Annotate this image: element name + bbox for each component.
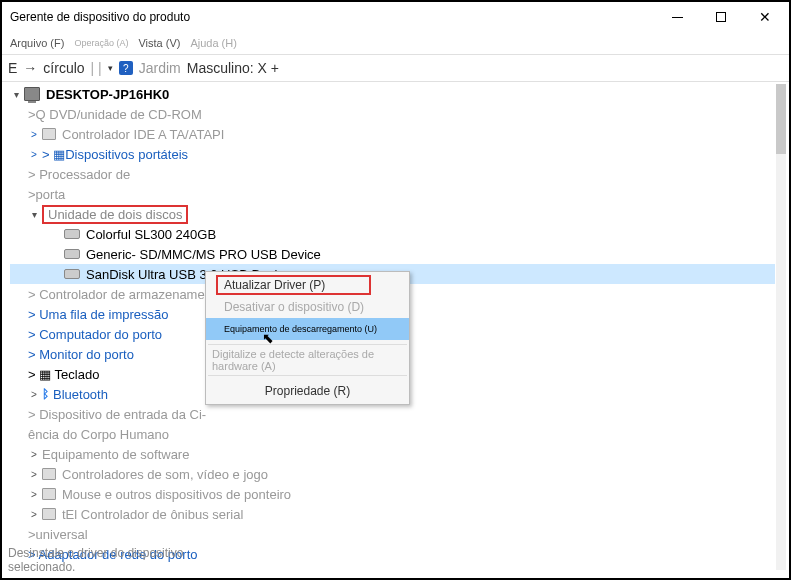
chevron-right-icon[interactable]: > bbox=[28, 489, 40, 500]
node-sound[interactable]: > Controladores de som, vídeo e jogo bbox=[10, 464, 775, 484]
addr-arrow: → bbox=[23, 60, 37, 76]
node-dvd[interactable]: >Q DVD/unidade de CD-ROM bbox=[10, 104, 775, 124]
help-icon[interactable]: ? bbox=[119, 61, 133, 75]
disk-item-1[interactable]: Colorful SL300 240GB bbox=[10, 224, 775, 244]
addr-dropdown-icon[interactable]: ▾ bbox=[108, 63, 113, 73]
ctx-separator bbox=[208, 375, 407, 376]
node-port[interactable]: >porta bbox=[10, 184, 775, 204]
node-mouse[interactable]: > Mouse e outros dispositivos de ponteir… bbox=[10, 484, 775, 504]
node-ide[interactable]: > Controlador IDE A TA/ATAPI bbox=[10, 124, 775, 144]
ctx-disable-device[interactable]: Desativar o dispositivo (D) bbox=[206, 296, 409, 318]
root-node[interactable]: ▾ DESKTOP-JP16HK0 bbox=[10, 84, 775, 104]
addr-pipes: | | bbox=[91, 60, 102, 76]
menu-view[interactable]: Vista (V) bbox=[138, 37, 180, 49]
device-icon bbox=[42, 488, 56, 500]
window-controls: ✕ bbox=[665, 5, 777, 29]
ctx-separator bbox=[208, 344, 407, 345]
chevron-right-icon[interactable]: > bbox=[28, 389, 40, 400]
highlight-box bbox=[216, 275, 371, 295]
node-hid2: ência do Corpo Humano bbox=[10, 424, 775, 444]
scrollbar[interactable] bbox=[776, 84, 786, 570]
disk-icon bbox=[64, 269, 80, 279]
menu-action[interactable]: Operação (A) bbox=[74, 38, 128, 48]
addr-masc: Masculino: X + bbox=[187, 60, 279, 76]
maximize-button[interactable] bbox=[709, 5, 733, 29]
node-disk-drives[interactable]: ▾ Unidade de dois discos bbox=[10, 204, 775, 224]
computer-icon bbox=[24, 87, 40, 101]
ctx-uninstall-device[interactable]: Equipamento de descarregamento (U) bbox=[206, 318, 409, 340]
chevron-right-icon[interactable]: > bbox=[28, 149, 40, 160]
addr-e: E bbox=[8, 60, 17, 76]
disk-item-2[interactable]: Generic- SD/MMC/MS PRO USB Device bbox=[10, 244, 775, 264]
node-usb2: >universal bbox=[10, 524, 775, 544]
root-label: DESKTOP-JP16HK0 bbox=[46, 87, 169, 102]
device-icon bbox=[42, 468, 56, 480]
bluetooth-icon: ᛒ bbox=[42, 387, 49, 401]
close-button[interactable]: ✕ bbox=[753, 5, 777, 29]
disk-drives-label: Unidade de dois discos bbox=[42, 205, 188, 224]
scrollbar-thumb[interactable] bbox=[776, 84, 786, 154]
menu-file[interactable]: Arquivo (F) bbox=[10, 37, 64, 49]
ctx-update-driver[interactable]: Atualizar Driver (P) bbox=[206, 274, 409, 296]
node-portables[interactable]: > > ▦ Dispositivos portáteis bbox=[10, 144, 775, 164]
address-bar: E → círculo | | ▾ ? Jardim Masculino: X … bbox=[2, 54, 789, 82]
titlebar: Gerente de dispositivo do produto ✕ bbox=[2, 2, 789, 32]
menu-help[interactable]: Ajuda (H) bbox=[190, 37, 236, 49]
chevron-right-icon[interactable]: > bbox=[28, 449, 40, 460]
chevron-down-icon[interactable]: ▾ bbox=[10, 89, 22, 100]
node-hid[interactable]: > Dispositivo de entrada da Ci- bbox=[10, 404, 775, 424]
chevron-right-icon[interactable]: > bbox=[28, 509, 40, 520]
status-text: Desinstale o driver do dispositivo selec… bbox=[8, 546, 183, 574]
context-menu: Atualizar Driver (P) Desativar o disposi… bbox=[205, 271, 410, 405]
node-usb[interactable]: > tEl Controlador de ônibus serial bbox=[10, 504, 775, 524]
ctx-properties[interactable]: Propriedade (R) bbox=[206, 380, 409, 402]
device-icon bbox=[42, 508, 56, 520]
window-title: Gerente de dispositivo do produto bbox=[10, 10, 190, 24]
chevron-right-icon[interactable]: > bbox=[28, 129, 40, 140]
minimize-button[interactable] bbox=[665, 5, 689, 29]
chevron-down-icon[interactable]: ▾ bbox=[28, 209, 40, 220]
node-software[interactable]: > Equipamento de software bbox=[10, 444, 775, 464]
disk-icon bbox=[64, 229, 80, 239]
ctx-scan-hardware[interactable]: Digitalize e detecte alterações de hardw… bbox=[206, 349, 409, 371]
addr-circ: círculo bbox=[43, 60, 84, 76]
device-icon bbox=[42, 128, 56, 140]
disk-icon bbox=[64, 249, 80, 259]
chevron-right-icon[interactable]: > bbox=[28, 469, 40, 480]
node-processor[interactable]: > Processador de bbox=[10, 164, 775, 184]
addr-jardim: Jardim bbox=[139, 60, 181, 76]
menubar: Arquivo (F) Operação (A) Vista (V) Ajuda… bbox=[2, 32, 789, 54]
